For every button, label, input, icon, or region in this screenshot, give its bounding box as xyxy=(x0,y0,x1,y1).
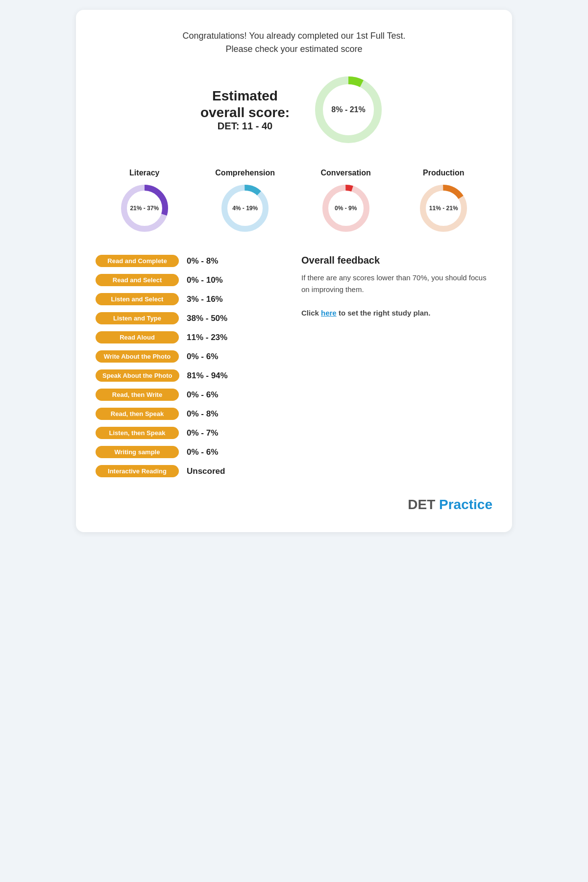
skill-tag-4[interactable]: Read Aloud xyxy=(96,331,179,343)
skill-score-8: 0% - 8% xyxy=(187,409,236,419)
details-section: Read and Complete 0% - 8% Read and Selec… xyxy=(96,255,492,477)
skill-row-11: Interactive Reading Unscored xyxy=(96,465,287,477)
subscore-conversation-label: Conversation xyxy=(321,169,371,177)
skill-row-9: Listen, then Speak 0% - 7% xyxy=(96,427,287,439)
skill-tag-8[interactable]: Read, then Speak xyxy=(96,408,179,420)
skill-row-0: Read and Complete 0% - 8% xyxy=(96,255,287,267)
subscore-literacy-label: Literacy xyxy=(129,169,159,177)
skill-tag-3[interactable]: Listen and Type xyxy=(96,312,179,324)
skill-score-6: 81% - 94% xyxy=(187,371,236,381)
feedback-text1: If there are any scores lower than 70%, … xyxy=(301,273,487,294)
overall-score-label: 8% - 21% xyxy=(331,105,365,114)
skill-score-3: 38% - 50% xyxy=(187,314,236,323)
subscore-production-donut: 11% - 21% xyxy=(416,181,470,235)
skill-score-7: 0% - 6% xyxy=(187,390,236,400)
subscores-section: Literacy 21% - 37% Comprehension 4% - 19… xyxy=(96,169,492,235)
skill-row-7: Read, then Write 0% - 6% xyxy=(96,389,287,401)
skill-score-2: 3% - 16% xyxy=(187,294,236,304)
subscore-literacy-donut: 21% - 37% xyxy=(118,181,172,235)
overall-det-range: DET: 11 - 40 xyxy=(200,121,290,132)
overall-title: Estimated overall score: xyxy=(200,88,290,121)
subscore-conversation-range: 0% - 9% xyxy=(335,205,357,212)
header-line2: Please check your estimated score xyxy=(96,43,492,56)
skill-list: Read and Complete 0% - 8% Read and Selec… xyxy=(96,255,287,477)
skill-row-8: Read, then Speak 0% - 8% xyxy=(96,408,287,420)
skill-score-5: 0% - 6% xyxy=(187,352,236,362)
skill-score-10: 0% - 6% xyxy=(187,447,236,457)
skill-row-1: Read and Select 0% - 10% xyxy=(96,274,287,286)
feedback-section: Overall feedback If there are any scores… xyxy=(301,255,492,477)
skill-tag-5[interactable]: Write About the Photo xyxy=(96,350,179,363)
overall-section: Estimated overall score: DET: 11 - 40 8%… xyxy=(96,71,492,149)
skill-row-3: Listen and Type 38% - 50% xyxy=(96,312,287,324)
subscore-comprehension: Comprehension 4% - 19% xyxy=(215,169,275,235)
subscore-conversation-donut: 0% - 9% xyxy=(319,181,373,235)
branding-practice: Practice xyxy=(435,497,492,512)
skill-tag-11[interactable]: Interactive Reading xyxy=(96,465,179,477)
feedback-cta: Click here to set the right study plan. xyxy=(301,309,430,317)
skill-score-11: Unscored xyxy=(187,466,236,476)
main-card: Congratulations! You already completed o… xyxy=(76,10,512,532)
skill-tag-1[interactable]: Read and Select xyxy=(96,274,179,286)
skill-score-9: 0% - 7% xyxy=(187,428,236,438)
branding-section: DET Practice xyxy=(96,497,492,513)
skill-score-4: 11% - 23% xyxy=(187,333,236,343)
feedback-title: Overall feedback xyxy=(301,255,492,266)
overall-donut: 8% - 21% xyxy=(309,71,388,149)
subscore-literacy-range: 21% - 37% xyxy=(130,205,159,212)
skill-tag-2[interactable]: Listen and Select xyxy=(96,293,179,305)
subscore-literacy: Literacy 21% - 37% xyxy=(118,169,172,235)
subscore-production: Production 11% - 21% xyxy=(416,169,470,235)
feedback-body: If there are any scores lower than 70%, … xyxy=(301,272,492,319)
subscore-comprehension-range: 4% - 19% xyxy=(232,205,258,212)
subscore-production-range: 11% - 21% xyxy=(429,205,458,212)
skill-tag-0[interactable]: Read and Complete xyxy=(96,255,179,267)
feedback-here-link[interactable]: here xyxy=(321,309,337,317)
skill-tag-10[interactable]: Writing sample xyxy=(96,446,179,458)
header-line1: Congratulations! You already completed o… xyxy=(96,29,492,43)
skill-row-6: Speak About the Photo 81% - 94% xyxy=(96,369,287,382)
skill-row-5: Write About the Photo 0% - 6% xyxy=(96,350,287,363)
subscore-production-label: Production xyxy=(423,169,464,177)
subscore-comprehension-label: Comprehension xyxy=(215,169,275,177)
subscore-conversation: Conversation 0% - 9% xyxy=(319,169,373,235)
skill-row-2: Listen and Select 3% - 16% xyxy=(96,293,287,305)
skill-tag-7[interactable]: Read, then Write xyxy=(96,389,179,401)
skill-row-10: Writing sample 0% - 6% xyxy=(96,446,287,458)
overall-label: Estimated overall score: DET: 11 - 40 xyxy=(200,88,290,132)
skill-tag-6[interactable]: Speak About the Photo xyxy=(96,369,179,382)
branding-det: DET xyxy=(408,497,435,512)
skill-row-4: Read Aloud 11% - 23% xyxy=(96,331,287,343)
skill-tag-9[interactable]: Listen, then Speak xyxy=(96,427,179,439)
skill-score-0: 0% - 8% xyxy=(187,256,236,266)
skill-score-1: 0% - 10% xyxy=(187,275,236,285)
header-section: Congratulations! You already completed o… xyxy=(96,29,492,56)
subscore-comprehension-donut: 4% - 19% xyxy=(218,181,272,235)
